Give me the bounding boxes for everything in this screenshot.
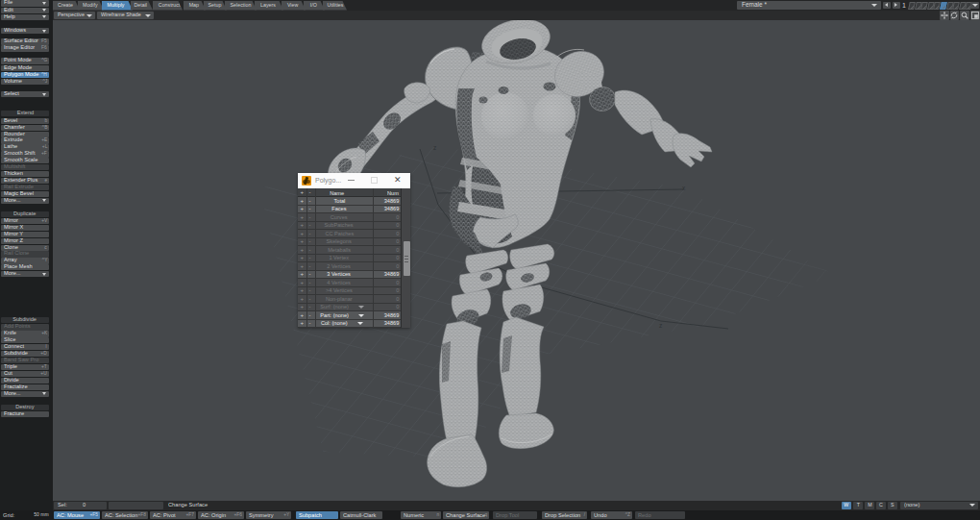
svg-text:z: z [659,322,662,329]
svg-text:x: x [682,185,686,191]
svg-text:z: z [433,144,436,151]
